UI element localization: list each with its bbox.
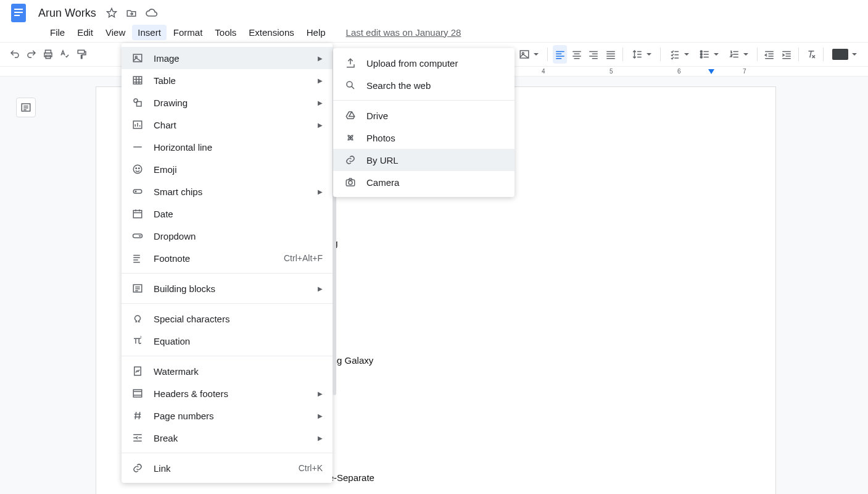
bulleted-list-button[interactable] [695,45,722,64]
submenu-arrow-icon: ▶ [318,285,323,292]
paint-format-button[interactable] [75,45,89,64]
align-center-button[interactable] [569,45,584,64]
footnote-icon [131,253,144,264]
align-justify-button[interactable] [603,45,618,64]
svg-point-14 [700,56,702,58]
svg-rect-3 [14,15,20,16]
menu-item-emoji[interactable]: Emoji [122,158,333,180]
menu-tools[interactable]: Tools [209,25,242,40]
shortcut-label: Ctrl+Alt+F [284,253,323,263]
menu-item-label: Building blocks [154,283,308,294]
menu-item-label: Emoji [154,164,323,175]
numbered-list-button[interactable] [725,45,752,64]
submenu-arrow-icon: ▶ [318,435,323,442]
drive-icon [344,110,357,121]
upload-icon [344,57,357,69]
redo-button[interactable] [24,45,38,64]
svg-point-13 [700,54,702,56]
menu-insert[interactable]: Insert [132,25,167,40]
menu-item-dropdown[interactable]: Dropdown [122,225,333,247]
menu-item-special-characters[interactable]: Special characters [122,308,333,330]
align-right-button[interactable] [587,45,601,64]
menu-view[interactable]: View [100,25,131,40]
submenu-item-photos[interactable]: Photos [333,127,515,149]
table-icon [131,75,144,86]
svg-point-24 [139,168,140,169]
menu-file[interactable]: File [44,25,70,40]
submenu-item-label: By URL [366,155,399,165]
shortcut-label: Ctrl+K [299,463,323,473]
submenu-item-camera[interactable]: Camera [333,171,515,193]
outline-toggle-button[interactable] [16,98,36,117]
move-icon[interactable] [126,7,137,19]
menu-item-watermark[interactable]: Watermark [122,360,333,382]
undo-button[interactable] [7,45,22,64]
menu-item-smart-chips[interactable]: Smart chips ▶ [122,180,333,203]
menu-item-label: Table [154,75,308,86]
insert-menu: Image ▶ Table ▶ Drawing ▶ Chart ▶ Horizo… [122,43,333,483]
clear-formatting-button[interactable] [804,45,818,64]
camera-icon [344,177,357,188]
submenu-item-by-url[interactable]: By URL [333,149,515,171]
ruler-mark: 4 [542,68,545,75]
link-icon [131,463,144,474]
submenu-item-search-the-web[interactable]: Search the web [333,74,515,96]
chip-icon [131,186,144,197]
menu-item-chart[interactable]: Chart ▶ [122,114,333,136]
spellcheck-button[interactable] [58,45,72,64]
align-left-button[interactable] [553,45,567,64]
pi-icon: 2 [131,335,144,346]
menu-item-label: Headers & footers [154,388,308,399]
menu-item-label: Chart [154,120,308,130]
menu-item-page-numbers[interactable]: Page numbers ▶ [122,404,333,427]
menu-help[interactable]: Help [301,25,331,40]
headers-icon [131,388,144,399]
menu-item-label: Page numbers [154,411,308,421]
submenu-item-upload-from-computer[interactable]: Upload from computer [333,52,515,74]
cloud-status-icon[interactable] [146,7,158,19]
line-spacing-button[interactable] [628,45,655,64]
ruler-mark: 7 [743,68,746,75]
svg-rect-8 [78,50,85,53]
submenu-item-label: Search the web [366,80,431,91]
svg-text:2: 2 [140,335,142,339]
break-icon [131,432,144,443]
decrease-indent-button[interactable] [763,45,777,64]
watermark-icon [131,366,144,377]
menu-format[interactable]: Format [168,25,209,40]
menu-item-drawing[interactable]: Drawing ▶ [122,91,333,114]
right-indent-marker[interactable] [708,69,714,74]
svg-point-26 [135,191,137,193]
menu-item-label: Horizontal line [154,142,323,153]
insert-image-button[interactable] [515,45,542,64]
menu-edit[interactable]: Edit [72,25,99,40]
last-edit-link[interactable]: Last edit was on January 28 [346,27,461,38]
menu-item-building-blocks[interactable]: Building blocks ▶ [122,277,333,299]
doc-title[interactable]: Arun Works [35,6,100,21]
menu-item-label: Dropdown [154,231,323,241]
star-icon[interactable] [106,7,117,19]
menu-item-date[interactable]: Date [122,203,333,225]
menu-item-break[interactable]: Break ▶ [122,427,333,449]
search-icon [344,80,357,91]
menu-item-footnote[interactable]: Footnote Ctrl+Alt+F [122,247,333,269]
svg-rect-2 [14,12,23,13]
chart-icon [131,119,144,130]
menu-item-image[interactable]: Image ▶ [122,47,333,69]
docs-logo[interactable] [6,1,31,25]
editing-mode-button[interactable] [829,45,861,64]
emoji-icon [131,164,144,175]
menu-item-headers-footers[interactable]: Headers & footers ▶ [122,382,333,404]
print-button[interactable] [41,45,56,64]
increase-indent-button[interactable] [779,45,793,64]
svg-point-12 [700,51,702,52]
menu-item-link[interactable]: Link Ctrl+K [122,457,333,479]
hash-icon [131,410,144,421]
menu-item-table[interactable]: Table ▶ [122,69,333,91]
submenu-item-drive[interactable]: Drive [333,104,515,127]
menu-item-equation[interactable]: 2 Equation [122,330,333,352]
menu-item-label: Drawing [154,98,308,108]
menu-item-horizontal-line[interactable]: Horizontal line [122,136,333,158]
menu-extensions[interactable]: Extensions [243,25,299,40]
checklist-button[interactable] [666,45,693,64]
